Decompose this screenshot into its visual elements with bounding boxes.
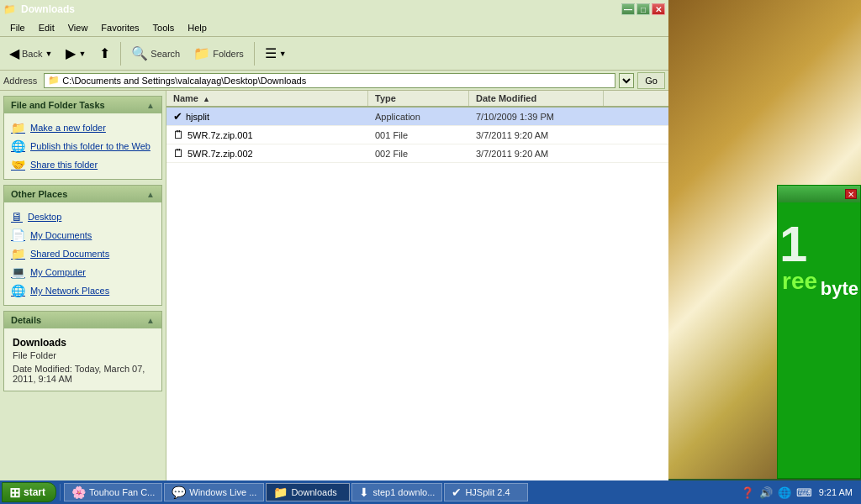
maximize-button[interactable]: □: [637, 3, 650, 15]
back-button[interactable]: ◀ Back ▼: [3, 40, 58, 67]
windows-live-label: Windows Live ...: [189, 487, 256, 497]
column-name-label: Name: [173, 93, 198, 103]
address-go-button[interactable]: Go: [637, 72, 665, 89]
menu-view[interactable]: View: [61, 21, 95, 34]
my-network-places-item[interactable]: 🌐 My Network Places: [8, 281, 158, 300]
details-collapse-icon: ▲: [146, 316, 155, 325]
column-header-date[interactable]: Date Modified: [469, 91, 604, 106]
address-dropdown[interactable]: [619, 73, 634, 88]
folders-label: Folders: [213, 49, 244, 59]
column-date-label: Date Modified: [476, 93, 536, 103]
file-row-hjsplit[interactable]: ✔ hjsplit Application 7/10/2009 1:39 PM: [166, 108, 668, 126]
overlay-title-bar: ✕: [778, 186, 860, 202]
file-row-5wr-001[interactable]: 🗒 5WR.7z.zip.001 001 File 3/7/2011 9:20 …: [166, 126, 668, 144]
my-network-icon: 🌐: [11, 284, 25, 297]
menu-help[interactable]: Help: [181, 21, 214, 34]
make-folder-icon: 📁: [11, 121, 25, 134]
5wr001-name-text: 5WR.7z.zip.001: [188, 130, 253, 140]
address-bar: Address 📁 C:\Documents and Settings\valc…: [0, 71, 668, 91]
menu-tools[interactable]: Tools: [146, 21, 182, 34]
file-tasks-collapse-icon: ▲: [146, 101, 155, 110]
views-button[interactable]: ☰ ▼: [259, 40, 293, 67]
file-cell-5wr002-date: 3/7/2011 9:20 AM: [469, 147, 604, 160]
tray-question-icon[interactable]: ❓: [739, 486, 756, 499]
start-button[interactable]: ⊞ start: [2, 482, 56, 502]
shared-documents-label: Shared Documents: [30, 249, 109, 259]
share-folder-label: Share this folder: [30, 160, 98, 170]
hjsplit-taskbar-icon: ✔: [452, 486, 462, 499]
sort-indicator: ▲: [203, 95, 210, 103]
windows-logo-icon: ⊞: [9, 485, 20, 501]
search-button[interactable]: 🔍 Search: [125, 40, 186, 67]
folders-button[interactable]: 📁 Folders: [188, 40, 250, 67]
other-places-collapse-icon: ▲: [146, 190, 155, 199]
desktop-icon: 🖥: [11, 210, 23, 223]
search-label: Search: [151, 49, 180, 59]
5wr001-icon: 🗒: [173, 129, 184, 141]
address-label: Address: [3, 76, 37, 86]
details-content: Downloads File Folder Date Modified: Tod…: [4, 328, 161, 391]
downloads-taskbar-label: Downloads: [291, 487, 336, 497]
share-folder-item[interactable]: 🤝 Share this folder: [8, 155, 158, 174]
details-folder-name: Downloads: [8, 333, 158, 349]
file-list-header: Name ▲ Type Date Modified: [166, 91, 668, 108]
window-icon: 📁: [3, 3, 16, 15]
shared-documents-item[interactable]: 📁 Shared Documents: [8, 244, 158, 263]
taskbar-hjsplit[interactable]: ✔ HJSplit 2.4: [444, 483, 528, 501]
other-places-content: 🖥 Desktop 📄 My Documents 📁 Shared Docume…: [4, 202, 161, 305]
overlay-free-text: ree: [782, 270, 817, 293]
my-computer-item[interactable]: 💻 My Computer: [8, 263, 158, 281]
desktop-item[interactable]: 🖥 Desktop: [8, 207, 158, 226]
tray-keyboard-icon[interactable]: ⌨: [795, 486, 814, 499]
touhou-icon: 🌸: [71, 486, 86, 499]
taskbar: ⊞ start 🌸 Touhou Fan C... 💬 Windows Live…: [0, 480, 861, 504]
minimize-button[interactable]: —: [621, 3, 635, 15]
taskbar-windows-live[interactable]: 💬 Windows Live ...: [164, 483, 264, 501]
column-header-name[interactable]: Name ▲: [166, 91, 368, 106]
my-documents-item[interactable]: 📄 My Documents: [8, 226, 158, 244]
make-folder-label: Make a new folder: [30, 123, 106, 133]
up-button[interactable]: ⬆: [93, 40, 116, 67]
up-icon: ⬆: [99, 45, 110, 61]
views-icon: ☰: [265, 45, 277, 61]
tray-network-icon[interactable]: 🌐: [776, 486, 793, 499]
taskbar-downloads[interactable]: 📁 Downloads: [266, 483, 350, 501]
desktop-label: Desktop: [28, 212, 61, 222]
file-tasks-header[interactable]: File and Folder Tasks ▲: [4, 97, 161, 113]
address-input[interactable]: 📁 C:\Documents and Settings\valcalayag\D…: [44, 73, 615, 88]
file-row-5wr-002[interactable]: 🗒 5WR.7z.zip.002 002 File 3/7/2011 9:20 …: [166, 144, 668, 163]
forward-dropdown-icon: ▼: [78, 50, 86, 58]
title-bar-left: 📁 Downloads: [3, 3, 75, 15]
my-documents-label: My Documents: [30, 230, 92, 240]
menu-file[interactable]: File: [3, 21, 32, 34]
search-icon: 🔍: [131, 45, 148, 61]
step1-icon: ⬇: [359, 486, 369, 499]
column-header-type[interactable]: Type: [368, 91, 469, 106]
details-title: Details: [11, 315, 41, 325]
make-new-folder-item[interactable]: 📁 Make a new folder: [8, 118, 158, 137]
folders-icon: 📁: [193, 45, 210, 61]
menu-edit[interactable]: Edit: [32, 21, 61, 34]
file-cell-5wr001-date: 3/7/2011 9:20 AM: [469, 129, 604, 142]
publish-folder-item[interactable]: 🌐 Publish this folder to the Web: [8, 137, 158, 155]
details-header[interactable]: Details ▲: [4, 312, 161, 328]
file-cell-hjsplit-name: ✔ hjsplit: [166, 108, 368, 124]
other-places-header[interactable]: Other Places ▲: [4, 186, 161, 202]
tray-speaker-icon[interactable]: 🔊: [758, 486, 774, 499]
main-content: File and Folder Tasks ▲ 📁 Make a new fol…: [0, 91, 668, 480]
menu-favorites[interactable]: Favorites: [94, 21, 145, 34]
taskbar-step1[interactable]: ⬇ step1 downlo...: [351, 483, 442, 501]
overlay-close-button[interactable]: ✕: [845, 189, 857, 199]
taskbar-tray: ❓ 🔊 🌐 ⌨ 9:21 AM: [739, 486, 859, 499]
left-panel: File and Folder Tasks ▲ 📁 Make a new fol…: [0, 91, 166, 480]
back-label: Back: [22, 49, 42, 59]
5wr002-name-text: 5WR.7z.zip.002: [188, 149, 253, 159]
taskbar-touhou[interactable]: 🌸 Touhou Fan C...: [64, 483, 162, 501]
address-path: C:\Documents and Settings\valcalayag\Des…: [62, 76, 306, 86]
share-folder-icon: 🤝: [11, 158, 25, 171]
file-tasks-title: File and Folder Tasks: [11, 100, 105, 110]
toolbar-separator-2: [254, 42, 255, 66]
my-computer-icon: 💻: [11, 265, 25, 279]
forward-button[interactable]: ▶ ▼: [60, 40, 92, 67]
close-button[interactable]: ✕: [652, 3, 665, 15]
